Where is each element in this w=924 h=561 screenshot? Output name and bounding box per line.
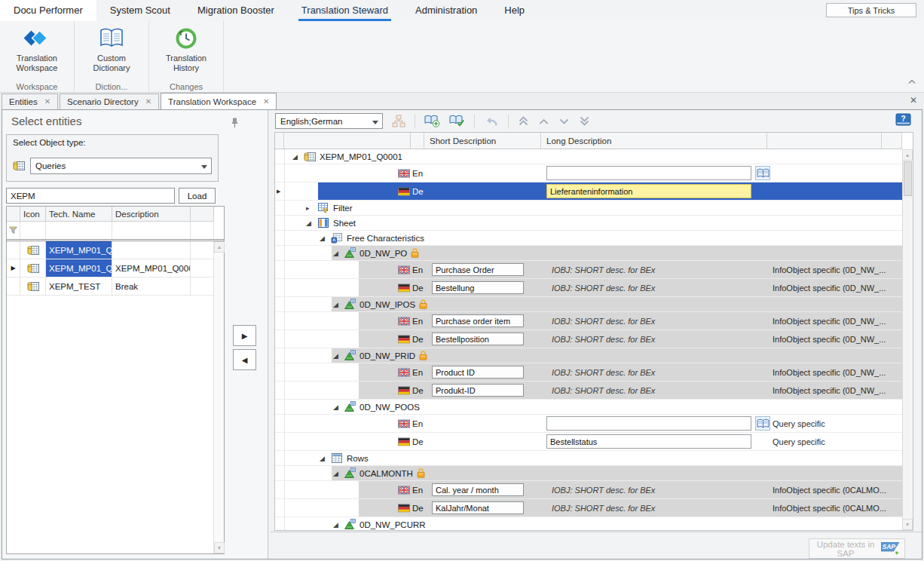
first-item-icon[interactable]: [518, 115, 529, 127]
tree-lang-row-en[interactable]: EnIOBJ: SHORT desc. for BExInfoObject sp…: [275, 363, 902, 382]
tree-node-xepm-mp01-q0001[interactable]: ◢XEPM_MP01_Q0001: [275, 149, 902, 164]
entity-description[interactable]: Break: [112, 277, 191, 296]
tree-lang-row-de[interactable]: DeIOBJ: SHORT desc. for BExInfoObject sp…: [275, 499, 902, 517]
collapse-icon[interactable]: ◢: [333, 352, 341, 360]
filter-row-cell[interactable]: [7, 222, 20, 239]
dictionary-lookup-button[interactable]: [755, 166, 770, 180]
tree-lang-row-en[interactable]: EnQuery specific: [275, 415, 902, 433]
filter-cell[interactable]: [46, 222, 112, 239]
tabbar-close-icon[interactable]: ✕: [910, 96, 917, 105]
column-header-blank[interactable]: [882, 133, 902, 149]
tree-lang-row-de[interactable]: DeIOBJ: SHORT desc. for BExInfoObject sp…: [275, 330, 902, 348]
short-description-input[interactable]: [432, 333, 524, 345]
column-header-icon[interactable]: Icon: [20, 207, 46, 222]
collapse-icon[interactable]: ◢: [333, 250, 341, 257]
pin-icon[interactable]: [231, 118, 239, 128]
short-description-input[interactable]: [432, 281, 524, 294]
hierarchy-view-icon[interactable]: [392, 115, 405, 127]
apply-dictionary-icon[interactable]: [449, 115, 465, 127]
entity-tech-name[interactable]: XEPM_MP01_Q...: [46, 241, 112, 259]
column-header-blank[interactable]: [411, 133, 424, 149]
long-description-input[interactable]: [546, 434, 751, 449]
add-to-dictionary-icon[interactable]: [424, 115, 440, 127]
tree-lang-row-de[interactable]: ▶De: [275, 182, 902, 201]
tree-node-0calmonth[interactable]: ◢0CALMONTH: [275, 466, 902, 481]
entity-tech-name[interactable]: XEPM_MP01_Q...: [46, 259, 112, 277]
tree-node-0d-nw-pcurr[interactable]: ◢0D_NW_PCURR: [275, 517, 902, 530]
object-type-combobox[interactable]: Queries: [30, 158, 212, 174]
expand-icon[interactable]: ▸: [306, 204, 314, 212]
ribbon-collapse-icon[interactable]: [907, 74, 916, 87]
menu-item-translation-steward[interactable]: Translation Steward: [288, 0, 402, 21]
tree-node-filter[interactable]: ▸Filter: [275, 201, 902, 216]
tree-lang-row-en[interactable]: EnIOBJ: SHORT desc. for BExInfoObject sp…: [275, 261, 902, 279]
column-header-short-description[interactable]: Short Description: [424, 133, 541, 149]
long-description-input[interactable]: [546, 184, 751, 198]
undo-icon[interactable]: [484, 115, 499, 127]
entity-search-input[interactable]: [6, 188, 175, 204]
menu-item-help[interactable]: Help: [491, 0, 538, 21]
short-description-input[interactable]: [432, 483, 524, 496]
long-description-input[interactable]: [546, 416, 751, 431]
previous-item-icon[interactable]: [538, 117, 549, 126]
entity-tech-name[interactable]: XEPM_TEST: [46, 277, 112, 296]
collapse-icon[interactable]: ◢: [333, 403, 341, 411]
menu-item-migration-booster[interactable]: Migration Booster: [184, 0, 288, 21]
ribbon-button-custom-dictionary[interactable]: Custom Dictionary: [82, 25, 141, 73]
help-icon[interactable]: ?: [895, 113, 911, 126]
menu-item-docu-performer[interactable]: Docu Performer: [0, 0, 96, 21]
entity-description[interactable]: XEPM_MP01_Q0002: [112, 259, 191, 277]
last-item-icon[interactable]: [579, 115, 590, 127]
column-header-blank[interactable]: [275, 133, 284, 149]
tree-node-sheet[interactable]: ◢Sheet: [275, 216, 902, 231]
tab-close-icon[interactable]: ✕: [44, 98, 50, 106]
filter-cell[interactable]: [112, 222, 191, 239]
scroll-up-icon[interactable]: ▲: [214, 241, 225, 253]
tree-lang-row-de[interactable]: DeIOBJ: SHORT desc. for BExInfoObject sp…: [275, 279, 902, 297]
collapse-icon[interactable]: ◢: [333, 301, 341, 308]
collapse-icon[interactable]: ◢: [292, 153, 300, 161]
entity-description[interactable]: [112, 241, 191, 259]
column-header-blank[interactable]: [7, 207, 20, 222]
tree-lang-row-en[interactable]: EnIOBJ: SHORT desc. for BExInfoObject sp…: [275, 481, 902, 499]
update-texts-button[interactable]: Update texts in SAP SAP: [809, 538, 905, 559]
column-header-blank[interactable]: [284, 133, 411, 149]
scroll-up-icon[interactable]: ▲: [902, 149, 913, 161]
entity-row-xepm-testbreak[interactable]: XEPM_TESTBreak: [7, 277, 224, 296]
ribbon-button-translation-history[interactable]: Translation History: [157, 25, 216, 73]
menu-item-administration[interactable]: Administration: [402, 0, 491, 21]
tab-close-icon[interactable]: ✕: [145, 98, 151, 106]
short-description-input[interactable]: [432, 263, 524, 276]
scroll-down-icon[interactable]: ▼: [214, 542, 225, 553]
tab-entities[interactable]: Entities✕: [2, 94, 58, 109]
short-description-input[interactable]: [432, 384, 524, 397]
tree-lang-row-de[interactable]: DeQuery specific: [275, 433, 902, 451]
tree-scrollbar[interactable]: ▲ ▼: [902, 149, 913, 530]
scrollbar-thumb[interactable]: [904, 161, 912, 196]
tree-node-free-characteristics[interactable]: ◢Free Characteristics: [275, 231, 902, 246]
short-description-input[interactable]: [432, 366, 524, 379]
short-description-input[interactable]: [432, 314, 524, 327]
language-pair-combobox[interactable]: English;German: [275, 113, 383, 129]
collapse-icon[interactable]: ◢: [306, 219, 314, 227]
collapse-icon[interactable]: ◢: [320, 235, 327, 242]
tree-lang-row-en[interactable]: En: [275, 164, 902, 182]
filter-cell[interactable]: [191, 222, 214, 239]
dictionary-lookup-button[interactable]: [755, 416, 770, 431]
column-header-description[interactable]: Description: [112, 207, 191, 222]
short-description-input[interactable]: [432, 501, 524, 514]
tips-and-tricks-button[interactable]: Tips & Tricks: [826, 3, 916, 17]
collapse-icon[interactable]: ◢: [333, 470, 341, 477]
ribbon-button-translation-workspace[interactable]: Translation Workspace: [8, 25, 66, 73]
tree-node-0d-nw-prid[interactable]: ◢0D_NW_PRID: [275, 348, 902, 363]
move-left-button[interactable]: ◀: [233, 349, 256, 370]
tab-scenario-directory[interactable]: Scenario Directory✕: [60, 94, 159, 109]
filter-cell[interactable]: [20, 222, 46, 239]
tree-lang-row-en[interactable]: EnIOBJ: SHORT desc. for BExInfoObject sp…: [275, 312, 902, 330]
tree-node-rows[interactable]: ◢Rows: [275, 451, 902, 466]
column-header-tech-name[interactable]: Tech. Name: [46, 207, 112, 222]
scroll-down-icon[interactable]: ▼: [902, 519, 913, 530]
tree-lang-row-de[interactable]: DeIOBJ: SHORT desc. for BExInfoObject sp…: [275, 382, 902, 400]
next-item-icon[interactable]: [558, 117, 570, 126]
collapse-icon[interactable]: ◢: [320, 455, 327, 462]
